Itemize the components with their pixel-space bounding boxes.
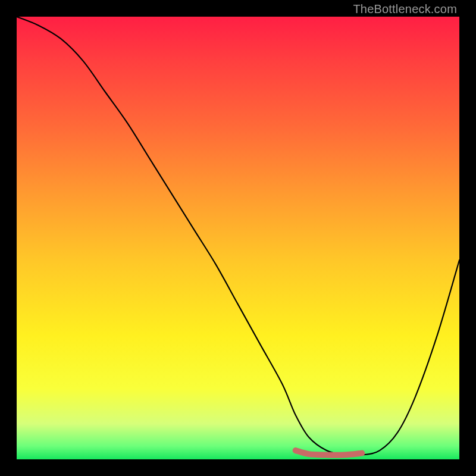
chart-svg — [17, 17, 459, 459]
bottleneck-curve-path — [17, 17, 459, 456]
chart-frame — [17, 17, 459, 459]
watermark-text: TheBottleneck.com — [353, 2, 457, 16]
